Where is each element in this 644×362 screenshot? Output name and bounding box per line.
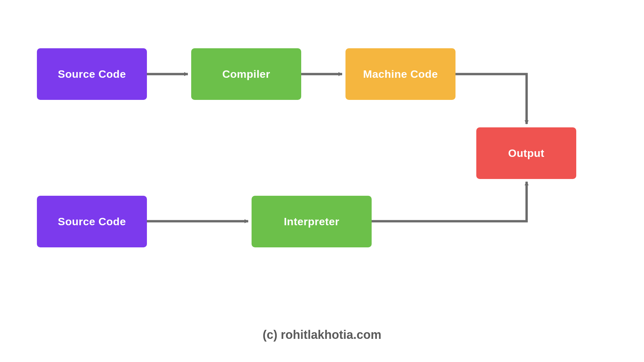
node-machine-code: Machine Code xyxy=(345,48,455,100)
node-source-code-1: Source Code xyxy=(37,48,147,100)
node-source-code-2: Source Code xyxy=(37,196,147,247)
diagram-container: Source Code Compiler Machine Code Output… xyxy=(0,0,644,362)
node-interpreter: Interpreter xyxy=(252,196,372,247)
attribution-text: (c) rohitlakhotia.com xyxy=(263,328,381,342)
node-output: Output xyxy=(476,127,576,179)
node-compiler: Compiler xyxy=(191,48,301,100)
arrow-machine-to-output xyxy=(455,74,527,124)
arrow-interpreter-to-output xyxy=(372,182,527,221)
